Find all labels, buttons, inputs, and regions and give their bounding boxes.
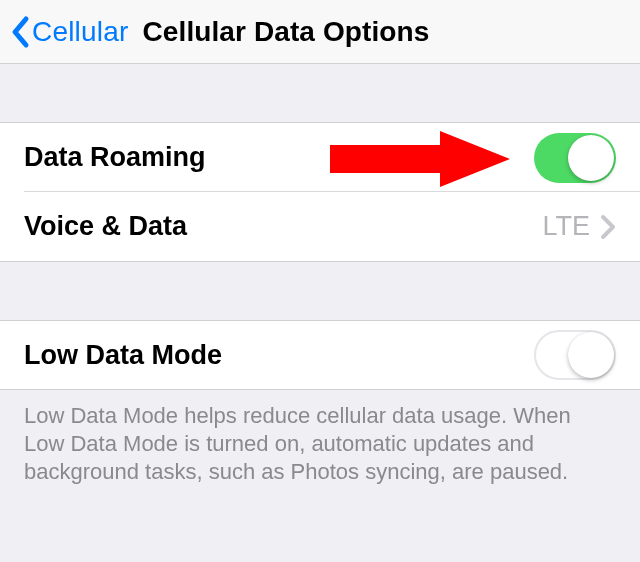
low-data-mode-row: Low Data Mode: [0, 320, 640, 390]
data-roaming-row: Data Roaming: [0, 122, 640, 192]
voice-data-row[interactable]: Voice & Data LTE: [0, 192, 640, 262]
low-data-mode-toggle[interactable]: [534, 330, 616, 380]
voice-data-label: Voice & Data: [24, 211, 542, 242]
voice-data-value: LTE: [542, 211, 590, 242]
group-spacer: [0, 262, 640, 320]
toggle-knob: [568, 135, 614, 181]
chevron-right-icon: [600, 214, 616, 240]
back-chevron-icon[interactable]: [10, 15, 30, 49]
toggle-knob: [568, 332, 614, 378]
data-roaming-label: Data Roaming: [24, 142, 534, 173]
navigation-bar: Cellular Cellular Data Options: [0, 0, 640, 64]
low-data-mode-label: Low Data Mode: [24, 340, 534, 371]
low-data-mode-footer: Low Data Mode helps reduce cellular data…: [0, 390, 640, 504]
group-spacer: [0, 64, 640, 122]
page-title: Cellular Data Options: [143, 16, 430, 48]
back-button-label[interactable]: Cellular: [32, 16, 129, 48]
data-roaming-toggle[interactable]: [534, 133, 616, 183]
